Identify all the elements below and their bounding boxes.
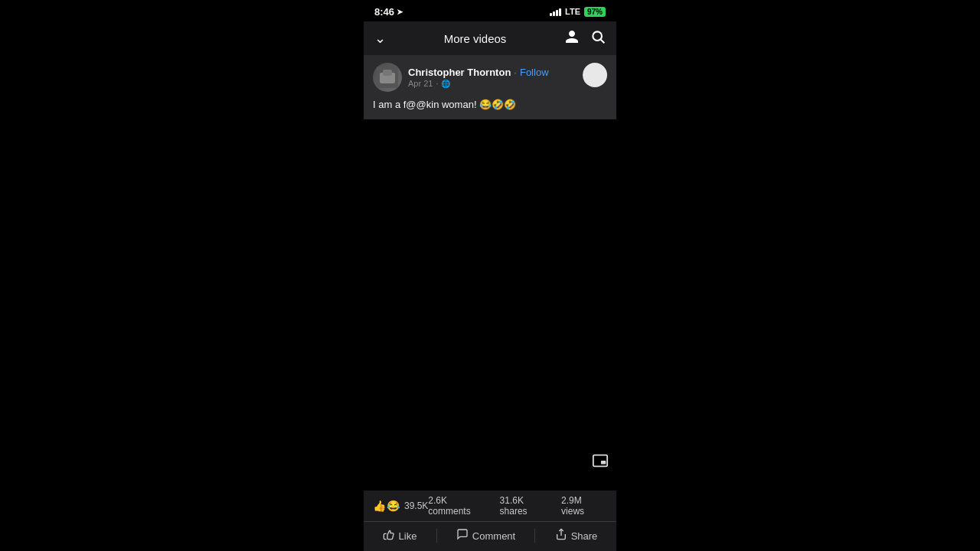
- nav-icons: [564, 29, 606, 48]
- share-button[interactable]: Share: [555, 528, 598, 543]
- lte-label: LTE: [565, 7, 580, 16]
- svg-point-0: [593, 31, 602, 41]
- author-name[interactable]: Christopher Thornton: [408, 67, 511, 78]
- date-row: Apr 21 · 🌐: [408, 79, 549, 88]
- follow-button[interactable]: Follow: [520, 67, 549, 78]
- share-label: Share: [571, 530, 598, 542]
- shares-count: 31.6K shares: [500, 495, 554, 517]
- bottom-bar: 👍 😂 39.5K 2.6K comments 31.6K shares 2.9…: [364, 491, 616, 551]
- signal-bar-4: [559, 8, 561, 16]
- live-bubble: [583, 63, 607, 87]
- like-label: Like: [399, 530, 417, 542]
- actions-row: Like Comment: [364, 522, 616, 551]
- time-display: 8:46: [374, 6, 394, 18]
- comment-label: Comment: [472, 530, 515, 542]
- share-icon: [555, 528, 567, 543]
- avatar[interactable]: [373, 63, 402, 92]
- post-card: Christopher Thornton · Follow Apr 21 · 🌐…: [364, 55, 616, 119]
- comment-icon: [456, 528, 469, 543]
- svg-rect-6: [601, 461, 606, 465]
- author-row: Christopher Thornton · Follow: [408, 67, 549, 78]
- views-count: 2.9M views: [561, 495, 607, 517]
- video-area[interactable]: [364, 119, 616, 479]
- post-meta: Christopher Thornton · Follow Apr 21 · 🌐: [408, 67, 549, 88]
- like-icon: [383, 528, 395, 543]
- top-nav-bar: ⌄ More videos: [364, 21, 616, 55]
- comment-button[interactable]: Comment: [456, 528, 515, 543]
- svg-rect-4: [383, 70, 392, 76]
- like-emoji: 👍: [373, 500, 386, 512]
- reactions-row: 👍 😂 39.5K 2.6K comments 31.6K shares 2.9…: [364, 491, 616, 522]
- pip-icon[interactable]: [592, 452, 609, 473]
- status-right: LTE 97%: [550, 7, 606, 17]
- dot-separator: ·: [514, 67, 517, 78]
- phone-frame: 8:46 ➤ LTE 97% ⌄ More videos: [364, 0, 616, 551]
- like-button[interactable]: Like: [383, 528, 417, 543]
- divider-2: [534, 529, 535, 543]
- location-arrow-icon: ➤: [397, 8, 403, 16]
- status-time: 8:46 ➤: [374, 6, 403, 18]
- post-caption: I am a f@@kin woman! 😂🤣🤣: [373, 98, 607, 112]
- status-bar: 8:46 ➤ LTE 97%: [364, 0, 616, 21]
- comments-count: 2.6K comments: [428, 495, 492, 517]
- globe-icon: 🌐: [441, 80, 450, 88]
- post-header-left: Christopher Thornton · Follow Apr 21 · 🌐: [373, 63, 549, 92]
- reactions-left: 👍 😂 39.5K: [373, 500, 428, 512]
- post-header: Christopher Thornton · Follow Apr 21 · 🌐…: [373, 63, 607, 92]
- post-date: Apr 21: [408, 79, 433, 88]
- date-dot: ·: [436, 79, 438, 88]
- signal-bar-2: [553, 11, 555, 16]
- avatar-image: [373, 63, 402, 92]
- signal-bars: [550, 7, 561, 16]
- signal-bar-3: [556, 10, 558, 16]
- nav-title: More videos: [444, 32, 507, 45]
- profile-icon[interactable]: [564, 29, 580, 48]
- search-icon[interactable]: [590, 29, 606, 48]
- signal-bar-1: [550, 13, 552, 16]
- reactions-count: 39.5K: [404, 500, 428, 511]
- reactions-right: 2.6K comments 31.6K shares 2.9M views: [428, 495, 607, 517]
- battery-indicator: 97%: [584, 7, 606, 17]
- svg-line-1: [601, 39, 605, 43]
- haha-emoji: 😂: [387, 500, 400, 512]
- divider-1: [436, 529, 437, 543]
- back-chevron-button[interactable]: ⌄: [374, 30, 386, 47]
- reaction-emojis: 👍 😂: [373, 500, 400, 512]
